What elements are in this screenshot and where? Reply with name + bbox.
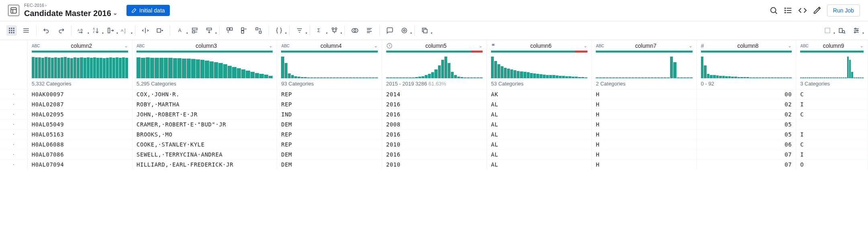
cell-column9[interactable]: C xyxy=(796,89,868,99)
cell-column3[interactable]: COOKE,·STANLEY·KYLE xyxy=(132,139,277,149)
cell-column3[interactable]: BROOKS,·MO xyxy=(132,129,277,139)
cell-column7[interactable]: H xyxy=(592,139,697,149)
redo-button[interactable] xyxy=(56,25,66,36)
cell-column8[interactable]: 06 xyxy=(697,139,797,149)
column-header-column6[interactable]: column6 ⌄ xyxy=(487,40,592,55)
cell-column5[interactable]: 2010 xyxy=(382,139,487,149)
cell-column5[interactable]: 2010 xyxy=(382,159,487,169)
cell-column4[interactable]: DEM xyxy=(277,149,382,159)
code-icon[interactable] xyxy=(798,6,807,15)
cell-column4[interactable]: REP xyxy=(277,139,382,149)
search-icon[interactable] xyxy=(769,6,778,15)
move-column-button[interactable]: ▾ xyxy=(105,25,116,36)
column-header-column5[interactable]: column5 ⌄ xyxy=(382,40,487,55)
column-header-column9[interactable]: ABC column9 ⌄ xyxy=(796,40,868,55)
cell-column2[interactable]: H0AL06088 xyxy=(28,139,132,149)
cell-column9[interactable]: O xyxy=(796,159,868,169)
run-job-button[interactable]: Run Job xyxy=(827,4,860,16)
format-button[interactable]: A▾ xyxy=(175,25,185,36)
cell-column6[interactable]: AL xyxy=(487,129,592,139)
chevron-down-icon[interactable]: ⌄ xyxy=(124,43,128,49)
cell-column8[interactable]: 05 xyxy=(697,129,797,139)
table-row[interactable]: ·H0AL05163BROOKS,·MOREP2016ALH05I xyxy=(0,129,868,139)
cell-column2[interactable]: H0AL05049 xyxy=(28,119,132,129)
json-button[interactable]: ▾ xyxy=(274,25,284,36)
cell-column3[interactable]: ROBY,·MARTHA xyxy=(132,99,277,109)
cell-column7[interactable]: H xyxy=(592,129,697,139)
cell-column3[interactable]: COX,·JOHN·R. xyxy=(132,89,277,99)
breadcrumb-parent[interactable]: FEC-2016› xyxy=(24,3,118,8)
group-button[interactable]: ▾ xyxy=(329,25,340,36)
cell-column2[interactable]: H0AL02087 xyxy=(28,99,132,109)
table-row[interactable]: ·H0AL07086SEWELL,·TERRYCINA·ANDREADEM201… xyxy=(0,149,868,159)
page-title[interactable]: Candidate Master 2016⌄ xyxy=(24,8,118,18)
cell-column5[interactable]: 2016 xyxy=(382,99,487,109)
cell-column7[interactable]: H xyxy=(592,119,697,129)
table-row[interactable]: ·H0AL02095JOHN,·ROBERT·E·JRIND2016ALH02C xyxy=(0,109,868,119)
unnest-button[interactable] xyxy=(189,25,200,36)
histogram-column3[interactable] xyxy=(132,55,277,79)
cell-column5[interactable]: 2008 xyxy=(382,119,487,129)
cell-column2[interactable]: H0AL07086 xyxy=(28,149,132,159)
rename-button[interactable]: AB▾ xyxy=(76,25,87,36)
row-handle[interactable]: · xyxy=(0,159,28,169)
histogram-column9[interactable] xyxy=(796,55,868,79)
cell-column7[interactable]: H xyxy=(592,149,697,159)
fill-button[interactable]: ▾ xyxy=(204,25,214,36)
filter-button[interactable]: ▾ xyxy=(294,25,305,36)
cell-column9[interactable]: I xyxy=(796,129,868,139)
copy-button[interactable]: ▾ xyxy=(420,25,430,36)
cell-column4[interactable]: IND xyxy=(277,109,382,119)
histogram-column2[interactable] xyxy=(28,55,132,79)
row-handle[interactable]: · xyxy=(0,109,28,119)
cell-column7[interactable]: H xyxy=(592,109,697,119)
list-view-button[interactable] xyxy=(21,25,31,36)
cell-column2[interactable]: H0AK00097 xyxy=(28,89,132,99)
cell-column8[interactable]: 05 xyxy=(697,119,797,129)
cell-column7[interactable]: H xyxy=(592,99,697,109)
pivot-button[interactable] xyxy=(224,25,235,36)
table-row[interactable]: ·H0AK00097COX,·JOHN·R.REP2014AKH00C xyxy=(0,89,868,99)
cell-column6[interactable]: AL xyxy=(487,119,592,129)
histogram-column7[interactable] xyxy=(592,55,697,79)
list-icon[interactable] xyxy=(784,6,793,15)
column-header-column4[interactable]: ABC column4 ⌄ xyxy=(277,40,382,55)
table-row[interactable]: ·H0AL07094HILLIARD,·EARL·FREDERICK·JRDEM… xyxy=(0,159,868,169)
row-handle[interactable]: · xyxy=(0,99,28,109)
cell-column9[interactable]: C xyxy=(796,139,868,149)
histogram-column4[interactable] xyxy=(277,55,382,79)
cell-column3[interactable]: CRAMER,·ROBERT·E·"BUD"·JR xyxy=(132,119,277,129)
cell-column6[interactable]: AL xyxy=(487,109,592,119)
row-handle[interactable]: · xyxy=(0,149,28,159)
cell-column2[interactable]: H0AL07094 xyxy=(28,159,132,169)
select-button[interactable]: ▾ xyxy=(822,25,833,36)
cell-column8[interactable]: 02 xyxy=(697,99,797,109)
cell-column2[interactable]: H0AL02095 xyxy=(28,109,132,119)
histogram-column5[interactable] xyxy=(382,55,487,79)
settings-button[interactable]: ▾ xyxy=(851,25,862,36)
column-header-column2[interactable]: ABC column2 ⌄ xyxy=(28,40,132,55)
chevron-down-icon[interactable]: ⌄ xyxy=(269,43,273,49)
cell-column5[interactable]: 2016 xyxy=(382,149,487,159)
cell-column8[interactable]: 02 xyxy=(697,109,797,119)
comment-button[interactable] xyxy=(385,25,395,36)
cell-column6[interactable]: AK xyxy=(487,89,592,99)
cell-column7[interactable]: H xyxy=(592,89,697,99)
cell-column7[interactable]: H xyxy=(592,159,697,169)
undo-button[interactable] xyxy=(41,25,52,36)
cell-column6[interactable]: AL xyxy=(487,139,592,149)
cell-column6[interactable]: AL xyxy=(487,99,592,109)
histogram-column8[interactable] xyxy=(697,55,797,79)
aggregate-button[interactable]: Σ▾ xyxy=(315,25,325,36)
cell-column6[interactable]: AL xyxy=(487,159,592,169)
chevron-down-icon[interactable]: ⌄ xyxy=(583,43,587,49)
cell-column3[interactable]: HILLIARD,·EARL·FREDERICK·JR xyxy=(132,159,277,169)
chevron-down-icon[interactable]: ⌄ xyxy=(479,43,483,49)
column-header-column3[interactable]: ABC column3 ⌄ xyxy=(132,40,277,55)
cell-column4[interactable]: REP xyxy=(277,99,382,109)
eyedropper-icon[interactable] xyxy=(813,6,821,15)
sort-button[interactable]: AZ▾ xyxy=(91,25,101,36)
cell-column4[interactable]: REP xyxy=(277,89,382,99)
cell-column8[interactable]: 07 xyxy=(697,149,797,159)
initial-data-badge[interactable]: Initial data xyxy=(126,5,170,16)
